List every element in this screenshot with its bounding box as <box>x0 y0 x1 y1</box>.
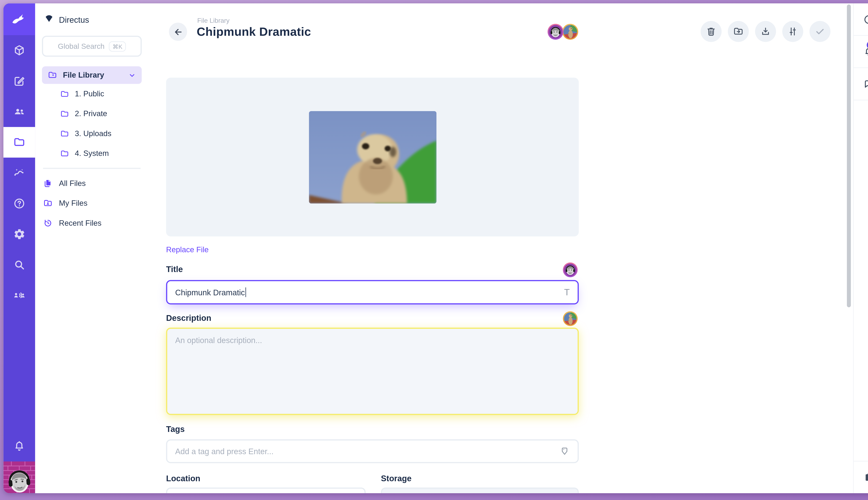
tags-input[interactable]: Add a tag and press Enter... <box>166 440 579 463</box>
chevron-down-icon[interactable] <box>128 71 136 79</box>
module-settings[interactable] <box>3 219 35 249</box>
avatar-ring <box>562 24 578 39</box>
location-field-label: Location <box>166 474 200 483</box>
adjust-button[interactable] <box>782 21 803 42</box>
vertical-scrollbar[interactable] <box>847 4 851 307</box>
download-button[interactable] <box>755 21 776 42</box>
directus-logo[interactable] <box>3 3 35 35</box>
folder-icon <box>60 89 69 98</box>
location-input[interactable] <box>166 488 366 493</box>
global-search-input[interactable]: Global Search ⌘K <box>42 36 142 57</box>
sidebar-item-all-files[interactable]: All Files <box>42 173 142 193</box>
history-icon <box>43 218 53 228</box>
sidebar-folder-system[interactable]: 4. System <box>42 144 142 163</box>
notifications-sidebar-button[interactable]: 1 <box>854 36 868 68</box>
chipmunk-image <box>309 111 436 203</box>
module-notifications[interactable] <box>3 431 35 462</box>
sidebar-item-file-library[interactable]: File Library <box>42 66 142 84</box>
folder-label: 3. Uploads <box>75 129 112 138</box>
current-user-avatar[interactable] <box>3 462 35 493</box>
sidebar-item-label: Recent Files <box>59 218 102 227</box>
folder-label: 1. Public <box>75 90 104 98</box>
file-preview-panel[interactable] <box>166 78 579 236</box>
title-input-value: Chipmunk Dramatic <box>175 288 245 297</box>
folder-icon <box>60 109 69 118</box>
sidebar-item-recent-files[interactable]: Recent Files <box>42 213 142 232</box>
title-input[interactable]: Chipmunk Dramatic T <box>166 280 579 304</box>
module-user-directory[interactable] <box>3 96 35 127</box>
page-title: Chipmunk Dramatic <box>197 25 311 38</box>
folder-star-icon <box>48 70 57 80</box>
comments-sidebar-button[interactable] <box>854 68 868 100</box>
project-logo-icon <box>44 15 54 24</box>
field-editor-avatar-ring <box>563 262 578 277</box>
tag-icon <box>560 446 570 456</box>
delete-button[interactable] <box>701 21 722 42</box>
info-icon <box>863 14 868 25</box>
tags-field-label: Tags <box>166 425 185 434</box>
info-sidebar-button[interactable] <box>854 3 868 36</box>
replace-file-link[interactable]: Replace File <box>166 246 209 254</box>
module-insights[interactable] <box>3 158 35 188</box>
module-content[interactable] <box>3 35 35 66</box>
files-stack-icon <box>43 178 53 188</box>
folder-label: 2. Private <box>75 109 107 118</box>
global-search-placeholder: Global Search <box>58 42 104 50</box>
app-window: Directus Global Search ⌘K File Library 1… <box>0 0 868 500</box>
gear-icon <box>13 228 25 240</box>
folder-icon <box>60 129 69 138</box>
text-cursor <box>245 287 246 297</box>
folder-user-icon <box>43 198 53 208</box>
check-icon <box>814 26 825 37</box>
avatar-ring <box>548 24 563 39</box>
right-sidebar-spacer <box>854 100 868 461</box>
arrow-left-icon <box>173 27 183 37</box>
help-icon <box>13 197 25 210</box>
search-icon <box>13 259 25 271</box>
user-avatar[interactable] <box>549 25 562 38</box>
edit-icon <box>13 75 25 87</box>
user-avatar[interactable] <box>564 263 576 276</box>
sidebar-item-label: All Files <box>59 179 86 187</box>
avatar-image <box>3 462 35 493</box>
breadcrumb[interactable]: File Library <box>197 17 229 24</box>
title-field-label: Title <box>166 265 183 274</box>
module-search[interactable] <box>3 249 35 280</box>
header-toolbar <box>701 21 831 42</box>
module-bar <box>3 3 35 493</box>
clipboard-clock-icon <box>863 472 868 482</box>
description-field-label: Description <box>166 314 211 322</box>
field-editor-avatar-ring <box>563 311 578 326</box>
module-file-library[interactable] <box>3 127 35 158</box>
revisions-sidebar-button[interactable] <box>854 461 868 493</box>
sidebar-folder-public[interactable]: 1. Public <box>42 84 142 104</box>
user-avatar[interactable] <box>563 25 577 38</box>
storage-input <box>381 488 579 493</box>
users-icon <box>13 105 25 118</box>
search-shortcut-badge: ⌘K <box>109 41 126 52</box>
module-translations[interactable] <box>3 280 35 310</box>
title-formatting-icon: T <box>564 287 570 297</box>
module-help[interactable] <box>3 188 35 219</box>
trash-icon <box>706 26 717 37</box>
interpreter-icon <box>13 289 25 302</box>
user-avatar[interactable] <box>564 312 576 325</box>
project-switcher[interactable]: Directus <box>42 15 142 24</box>
bell-icon <box>863 46 868 57</box>
description-textarea[interactable]: An optional description... <box>166 328 579 415</box>
sidebar-item-my-files[interactable]: My Files <box>42 193 142 213</box>
save-button[interactable] <box>810 21 831 42</box>
sidebar-folder-private[interactable]: 2. Private <box>42 104 142 124</box>
box-icon <box>13 44 25 57</box>
comment-icon <box>863 79 868 89</box>
back-button[interactable] <box>169 23 187 41</box>
sidebar-divider <box>43 168 141 169</box>
folder-icon <box>13 136 25 149</box>
right-sidebar: 1 <box>853 3 868 493</box>
move-to-folder-button[interactable] <box>728 21 749 42</box>
module-editor[interactable] <box>3 66 35 96</box>
sidebar-folder-uploads[interactable]: 3. Uploads <box>42 124 142 144</box>
directus-app: Directus Global Search ⌘K File Library 1… <box>3 3 868 493</box>
bell-icon <box>13 440 25 452</box>
insights-icon <box>13 167 25 179</box>
